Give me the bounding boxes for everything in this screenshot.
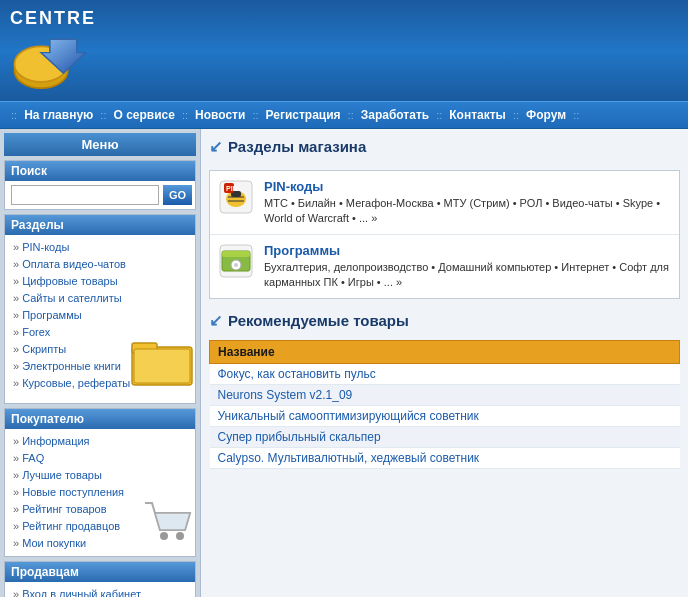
navbar: :: На главную :: О сервисе :: Новости ::… xyxy=(0,101,688,129)
rec-cell-1: Neurons System v2.1_09 xyxy=(210,385,680,406)
table-row: Calypso. Мультивалютный, хеджевый советн… xyxy=(210,448,680,469)
table-row: Уникальный самооптимизирующийся советник xyxy=(210,406,680,427)
rec-table-header: Название xyxy=(210,341,680,364)
nav-home[interactable]: На главную xyxy=(20,108,97,122)
content-area: ↙ Разделы магазина PIN xyxy=(200,129,688,597)
sidebar-item-cabinet[interactable]: Вход в личный кабинет xyxy=(11,586,189,597)
nav-forum[interactable]: Форум xyxy=(522,108,570,122)
rec-cell-4: Calypso. Мультивалютный, хеджевый советн… xyxy=(210,448,680,469)
sidebar-search-title: Поиск xyxy=(5,161,195,181)
rec-link-0[interactable]: Фокус, как остановить пульс xyxy=(218,367,376,381)
sidebar-item-ebooks[interactable]: Электронные книги xyxy=(11,358,189,375)
sidebar-item-info[interactable]: Информация xyxy=(11,433,189,450)
sidebar-item-rating-goods[interactable]: Рейтинг товаров xyxy=(11,501,189,518)
sidebar-menu-header: Меню xyxy=(4,133,196,156)
product-info-prog: Программы Бухгалтерия, делопроизводство … xyxy=(264,243,671,290)
sidebar-seller-title: Продавцам xyxy=(5,562,195,582)
product-item-prog: Программы Бухгалтерия, делопроизводство … xyxy=(210,235,679,298)
table-row: Neurons System v2.1_09 xyxy=(210,385,680,406)
rec-link-2[interactable]: Уникальный самооптимизирующийся советник xyxy=(218,409,479,423)
sidebar-sections-section: Разделы PIN-коды Оплата видео-чатов Цифр… xyxy=(4,214,196,404)
pin-icon: PIN xyxy=(218,179,254,215)
nav-news[interactable]: Новости xyxy=(191,108,249,122)
sidebar-search-box: GO xyxy=(11,185,189,205)
logo-title: CENTRE xyxy=(10,8,96,29)
header: CENTRE xyxy=(0,0,688,101)
product-desc-prog: Бухгалтерия, делопроизводство • Домашний… xyxy=(264,260,671,290)
recommended-table: Название Фокус, как остановить пульс Neu… xyxy=(209,340,680,469)
sidebar-item-digital[interactable]: Цифровые товары xyxy=(11,273,189,290)
product-desc-pin: МТС • Билайн • Мегафон-Москва • МТУ (Стр… xyxy=(264,196,671,226)
sidebar-seller-section: Продавцам Вход в личный кабинет xyxy=(4,561,196,597)
product-list: PIN PIN-коды МТС • Билайн • Мегафон-Моск… xyxy=(209,170,680,299)
product-name-prog[interactable]: Программы xyxy=(264,243,340,258)
sidebar-item-best[interactable]: Лучшие товары xyxy=(11,467,189,484)
sidebar-item-rating-sellers[interactable]: Рейтинг продавцов xyxy=(11,518,189,535)
sidebar: Меню Поиск GO Разделы PIN-коды Оплата ви… xyxy=(0,129,200,597)
product-item-pin: PIN PIN-коды МТС • Билайн • Мегафон-Моск… xyxy=(210,171,679,235)
shop-sections-title: ↙ Разделы магазина xyxy=(209,137,680,160)
rec-link-4[interactable]: Calypso. Мультивалютный, хеджевый советн… xyxy=(218,451,480,465)
arrow-icon-2: ↙ xyxy=(209,311,222,330)
sidebar-sections-title: Разделы xyxy=(5,215,195,235)
rec-cell-3: Супер прибыльный скальпер xyxy=(210,427,680,448)
rec-link-3[interactable]: Супер прибыльный скальпер xyxy=(218,430,381,444)
sidebar-item-faq[interactable]: FAQ xyxy=(11,450,189,467)
sidebar-item-scripts[interactable]: Скрипты xyxy=(11,341,189,358)
sidebar-item-coursework[interactable]: Курсовые, рефераты xyxy=(11,375,189,392)
sidebar-item-pin[interactable]: PIN-коды xyxy=(11,239,189,256)
sidebar-item-new[interactable]: Новые поступления xyxy=(11,484,189,501)
table-row: Фокус, как остановить пульс xyxy=(210,364,680,385)
sidebar-search-section: Поиск GO xyxy=(4,160,196,210)
svg-point-20 xyxy=(234,263,238,267)
nav-register[interactable]: Регистрация xyxy=(262,108,345,122)
sidebar-item-my-purchases[interactable]: Мои покупки xyxy=(11,535,189,552)
svg-text:PIN: PIN xyxy=(226,185,238,192)
nav-earn[interactable]: Заработать xyxy=(357,108,433,122)
rec-cell-2: Уникальный самооптимизирующийся советник xyxy=(210,406,680,427)
sidebar-item-sites[interactable]: Сайты и сателлиты xyxy=(11,290,189,307)
product-name-pin[interactable]: PIN-коды xyxy=(264,179,323,194)
sidebar-item-programs[interactable]: Программы xyxy=(11,307,189,324)
prog-icon xyxy=(218,243,254,279)
arrow-icon: ↙ xyxy=(209,137,222,156)
product-info-pin: PIN-коды МТС • Билайн • Мегафон-Москва •… xyxy=(264,179,671,226)
rec-cell-0: Фокус, как остановить пульс xyxy=(210,364,680,385)
sidebar-item-forex[interactable]: Forex xyxy=(11,324,189,341)
search-input[interactable] xyxy=(11,185,159,205)
rec-link-1[interactable]: Neurons System v2.1_09 xyxy=(218,388,353,402)
recommended-title: ↙ Рекомендуемые товары xyxy=(209,311,680,334)
svg-rect-18 xyxy=(222,251,250,257)
sidebar-buyer-section: Покупателю Информация FAQ Лучшие товары … xyxy=(4,408,196,557)
logo-area: CENTRE xyxy=(10,8,96,94)
search-go-button[interactable]: GO xyxy=(163,185,192,205)
main-layout: Меню Поиск GO Разделы PIN-коды Оплата ви… xyxy=(0,129,688,597)
nav-about[interactable]: О сервисе xyxy=(109,108,178,122)
nav-contacts[interactable]: Контакты xyxy=(445,108,510,122)
table-row: Супер прибыльный скальпер xyxy=(210,427,680,448)
sidebar-item-videochat[interactable]: Оплата видео-чатов xyxy=(11,256,189,273)
logo-icon xyxy=(10,29,90,94)
sidebar-buyer-title: Покупателю xyxy=(5,409,195,429)
